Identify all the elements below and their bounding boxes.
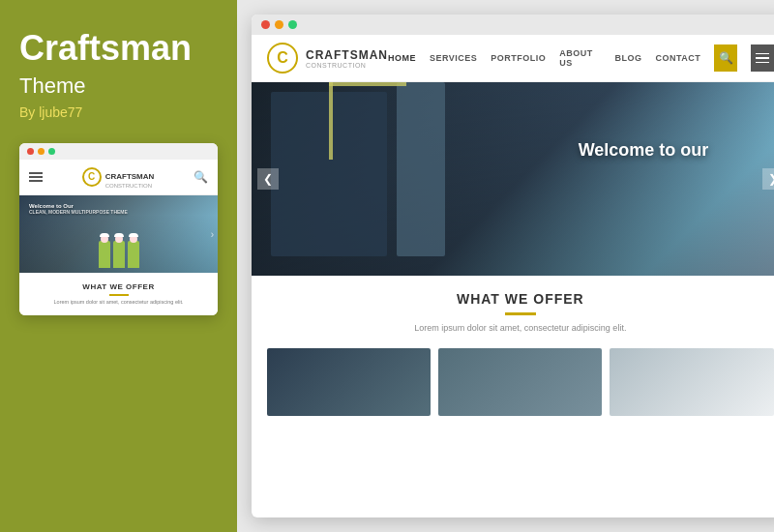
nav-blog[interactable]: BLOG bbox=[615, 53, 642, 63]
mini-hero-text: Welcome to Our CLEAN, MODERN MULTIPURPOS… bbox=[29, 203, 128, 215]
mini-workers-row bbox=[99, 241, 139, 268]
right-panel: C CRAFTSMAN CONSTRUCTION HOME SERVICES P… bbox=[237, 0, 774, 532]
nav-search-button[interactable]: 🔍 bbox=[714, 44, 737, 72]
nav-services[interactable]: SERVICES bbox=[430, 53, 477, 63]
logo-circle: C bbox=[267, 43, 298, 74]
mini-offer-title: WHAT WE OFFER bbox=[29, 282, 208, 291]
mini-window-controls bbox=[19, 143, 218, 160]
mini-hamburger-icon[interactable] bbox=[29, 172, 43, 182]
mini-logo-text: CRAFTSMAN CONSTRUCTION bbox=[105, 165, 155, 189]
mini-dot-yellow bbox=[38, 148, 45, 155]
theme-subtitle: Theme bbox=[19, 74, 218, 99]
mini-offer-section: WHAT WE OFFER Lorem ipsum dolor sit amet… bbox=[19, 273, 218, 316]
hero-arrow-right[interactable]: ❯ bbox=[762, 168, 774, 190]
offer-section: WHAT WE OFFER Lorem ipsum dolor sit amet… bbox=[252, 276, 774, 348]
site-logo: C CRAFTSMAN CONSTRUCTION bbox=[267, 43, 388, 74]
offer-title: WHAT WE OFFER bbox=[267, 291, 774, 307]
browser-bar bbox=[252, 15, 774, 35]
nav-about[interactable]: ABOUT US bbox=[559, 48, 601, 68]
mini-search-icon[interactable]: 🔍 bbox=[194, 170, 208, 184]
mini-offer-divider bbox=[109, 294, 129, 296]
mini-offer-text: Lorem ipsum dolor sit amet, consectetur … bbox=[29, 299, 208, 307]
browser-window: C CRAFTSMAN CONSTRUCTION HOME SERVICES P… bbox=[252, 15, 774, 517]
mini-worker-2 bbox=[113, 241, 125, 268]
theme-author: By ljube77 bbox=[19, 104, 218, 120]
hero-arrow-left[interactable]: ❮ bbox=[257, 168, 279, 190]
theme-title: Craftsman bbox=[19, 29, 218, 68]
left-panel: Craftsman Theme By ljube77 C CRAFTSMAN C… bbox=[0, 0, 237, 532]
mini-hero-section: Welcome to Our CLEAN, MODERN MULTIPURPOS… bbox=[19, 195, 218, 273]
mini-worker-1 bbox=[99, 241, 110, 268]
site-hero: Welcome to our ❮ ❯ bbox=[252, 82, 774, 276]
nav-portfolio[interactable]: PORTFOLIO bbox=[491, 53, 546, 63]
mini-preview-card: C CRAFTSMAN CONSTRUCTION 🔍 Welcome to Ou… bbox=[19, 143, 218, 316]
mini-worker-3 bbox=[128, 241, 139, 268]
mini-navbar: C CRAFTSMAN CONSTRUCTION 🔍 bbox=[19, 160, 218, 195]
mini-logo: C CRAFTSMAN CONSTRUCTION bbox=[82, 165, 155, 189]
mini-arrow-right[interactable]: › bbox=[211, 228, 214, 239]
nav-menu-button[interactable] bbox=[751, 44, 774, 72]
grid-image-1 bbox=[267, 348, 431, 416]
grid-image-3 bbox=[610, 348, 773, 416]
offer-description: Lorem ipsum dolor sit amet, consectetur … bbox=[267, 323, 774, 333]
site-nav: HOME SERVICES PORTFOLIO ABOUT US BLOG CO… bbox=[388, 44, 774, 72]
logo-text-block: CRAFTSMAN CONSTRUCTION bbox=[306, 48, 388, 69]
offer-divider bbox=[505, 312, 536, 315]
browser-dot-yellow bbox=[275, 20, 283, 29]
nav-contact[interactable]: CONTACT bbox=[656, 53, 701, 63]
browser-dot-red bbox=[261, 20, 270, 29]
site-header: C CRAFTSMAN CONSTRUCTION HOME SERVICES P… bbox=[252, 35, 774, 82]
nav-home[interactable]: HOME bbox=[388, 53, 416, 63]
grid-image-2 bbox=[438, 348, 602, 416]
mini-dot-red bbox=[27, 148, 34, 155]
mini-hero-workers bbox=[19, 215, 218, 273]
hero-crane-graphic bbox=[329, 82, 333, 160]
mini-logo-circle: C bbox=[82, 167, 102, 187]
mini-dot-green bbox=[48, 148, 55, 155]
browser-dot-green bbox=[288, 20, 297, 29]
bottom-image-grid bbox=[252, 348, 774, 426]
hero-heading: Welcome to our bbox=[579, 140, 709, 161]
